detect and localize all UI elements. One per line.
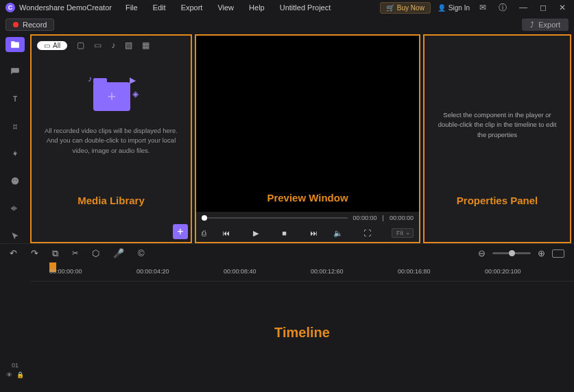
- rail-captions[interactable]: T: [5, 92, 25, 107]
- menu-help[interactable]: Help: [249, 3, 265, 12]
- media-tab-image[interactable]: ▧: [125, 40, 132, 50]
- timeline-area: 01 👁 🔒 00:00:00:00 00:00:04:20 00:00:08:…: [0, 262, 574, 389]
- menu-view[interactable]: View: [217, 3, 234, 12]
- voiceover-button[interactable]: 🎤: [113, 248, 124, 258]
- main-row: T ▭ All ▢ ▭ ♪ ▧ ▦ ♪ ▶ ◈ + All re: [0, 34, 574, 243]
- record-dot-icon: [13, 22, 19, 27]
- person-icon: 👤: [438, 4, 446, 12]
- titlebar: C Wondershare DemoCreator File Edit Expo…: [0, 0, 574, 15]
- crop-button[interactable]: ⧉: [52, 248, 58, 259]
- rail-stickers[interactable]: [5, 173, 25, 188]
- timeline-toolbar: ↶ ↷ ⧉ ✂ ⬡ 🎤 © ⊖ ⊕: [0, 243, 574, 262]
- app-logo-icon: C: [5, 3, 15, 12]
- preview-panel-label: Preview Window: [239, 192, 376, 204]
- preview-panel: Preview Window 00:00:00 | 00:00:00 ⎙ ⏮ ▶…: [195, 34, 420, 243]
- ruler-tick-3: 00:00:12:60: [311, 268, 344, 275]
- snapshot-button[interactable]: ⎙: [202, 229, 206, 237]
- fullscreen-button[interactable]: ⛶: [363, 229, 371, 237]
- zoom-out-button[interactable]: ⊖: [478, 248, 486, 258]
- time-current: 00:00:00: [353, 215, 377, 221]
- copyright-button[interactable]: ©: [138, 248, 145, 258]
- rail-library[interactable]: [5, 37, 25, 52]
- svg-point-2: [16, 180, 16, 180]
- record-label: Record: [23, 21, 47, 29]
- rail-cursor[interactable]: [5, 228, 25, 243]
- export-button[interactable]: ⤴ Export: [522, 19, 569, 31]
- timeline-main[interactable]: 00:00:00:00 00:00:04:20 00:00:08:40 00:0…: [30, 262, 574, 389]
- preview-viewport[interactable]: Preview Window: [196, 36, 419, 212]
- image-icon: ◈: [132, 89, 139, 99]
- properties-panel-label: Properties Panel: [429, 195, 566, 206]
- undo-button[interactable]: ↶: [10, 248, 17, 258]
- media-panel-label: Media Library: [43, 195, 180, 206]
- media-hint: All recorded video clips will be display…: [32, 126, 191, 156]
- music-note-icon: ♪: [88, 74, 92, 84]
- rail-annotations[interactable]: [5, 64, 25, 79]
- zoom-to-fit-button[interactable]: [552, 249, 564, 258]
- menu-export[interactable]: Export: [181, 3, 203, 12]
- redo-button[interactable]: ↷: [31, 248, 38, 258]
- svg-point-1: [14, 180, 14, 180]
- seek-bar[interactable]: [202, 217, 348, 219]
- rail-effects[interactable]: [5, 147, 25, 162]
- stop-button[interactable]: ■: [282, 229, 287, 238]
- timeline-ruler[interactable]: 00:00:00:00 00:00:04:20 00:00:08:40 00:0…: [30, 262, 574, 282]
- add-media-button[interactable]: +: [173, 224, 188, 239]
- ruler-tick-0: 00:00:00:00: [49, 268, 82, 275]
- menu-edit[interactable]: Edit: [153, 3, 166, 12]
- ruler-tick-4: 00:00:16:80: [398, 268, 431, 275]
- time-total: 00:00:00: [390, 215, 414, 221]
- media-tab-all[interactable]: ▭ All: [37, 41, 67, 50]
- preview-controls: 00:00:00 | 00:00:00 ⎙ ⏮ ▶ ■ ⏭ 🔈 ⛶ Fit: [196, 212, 419, 242]
- zoom-in-button[interactable]: ⊕: [538, 248, 545, 258]
- seek-handle[interactable]: [202, 215, 207, 221]
- timeline-track-header: 01 👁 🔒: [0, 262, 30, 389]
- next-frame-button[interactable]: ⏭: [310, 229, 318, 238]
- properties-panel: Select the component in the player or do…: [423, 34, 571, 243]
- folder-small-icon: ▭: [44, 42, 50, 49]
- cart-icon: 🛒: [386, 4, 394, 12]
- play-button[interactable]: ▶: [253, 229, 259, 238]
- media-tab-screen[interactable]: ▭: [94, 40, 101, 50]
- maximize-button[interactable]: ◻: [537, 3, 549, 12]
- minimize-button[interactable]: —: [516, 3, 530, 12]
- zoom-knob[interactable]: [509, 250, 515, 256]
- volume-button[interactable]: 🔈: [333, 229, 343, 238]
- rail-transitions[interactable]: [5, 119, 25, 134]
- media-body[interactable]: ♪ ▶ ◈ + All recorded video clips will be…: [32, 55, 191, 242]
- secondary-toolbar: Record ⤴ Export: [0, 15, 574, 34]
- app-title: Wondershare DemoCreator: [19, 3, 112, 12]
- record-button[interactable]: Record: [5, 19, 54, 31]
- media-tab-video[interactable]: ▢: [77, 40, 84, 50]
- marker-button[interactable]: ⬡: [92, 248, 99, 258]
- timeline-panel-label: Timeline: [274, 324, 330, 340]
- media-tabs: ▭ All ▢ ▭ ♪ ▧ ▦: [32, 36, 191, 55]
- sign-in-button[interactable]: 👤 Sign In: [438, 4, 470, 12]
- buy-now-label: Buy Now: [397, 4, 424, 12]
- track-visibility-icon[interactable]: 👁: [6, 371, 12, 378]
- sign-in-label: Sign In: [449, 4, 470, 12]
- media-tab-grid[interactable]: ▦: [142, 40, 150, 50]
- svg-point-0: [12, 177, 19, 185]
- help-icon[interactable]: ⓘ: [496, 2, 510, 14]
- close-button[interactable]: ✕: [556, 3, 569, 12]
- rail-audio[interactable]: [5, 201, 25, 216]
- ruler-tick-5: 00:00:20:100: [485, 268, 521, 275]
- mail-icon[interactable]: ✉: [477, 3, 489, 12]
- buy-now-button[interactable]: 🛒 Buy Now: [380, 2, 431, 14]
- ruler-tick-2: 00:00:08:40: [224, 268, 256, 275]
- zoom-fit-select[interactable]: Fit: [392, 228, 414, 238]
- prev-frame-button[interactable]: ⏮: [222, 229, 230, 238]
- track-lock-icon[interactable]: 🔒: [16, 371, 24, 378]
- zoom-slider[interactable]: [492, 252, 531, 254]
- menu-file[interactable]: File: [125, 3, 138, 12]
- all-label: All: [53, 42, 60, 49]
- media-tab-audio[interactable]: ♪: [111, 40, 115, 50]
- project-title: Untitled Project: [280, 3, 331, 12]
- track-number: 01: [12, 362, 19, 369]
- media-library-panel: ▭ All ▢ ▭ ♪ ▧ ▦ ♪ ▶ ◈ + All recorded vid…: [30, 34, 192, 243]
- left-rail: T: [3, 34, 27, 243]
- split-button[interactable]: ✂: [72, 249, 78, 258]
- media-folder-graphic: ♪ ▶ ◈ +: [84, 74, 139, 115]
- fit-label: Fit: [396, 230, 403, 236]
